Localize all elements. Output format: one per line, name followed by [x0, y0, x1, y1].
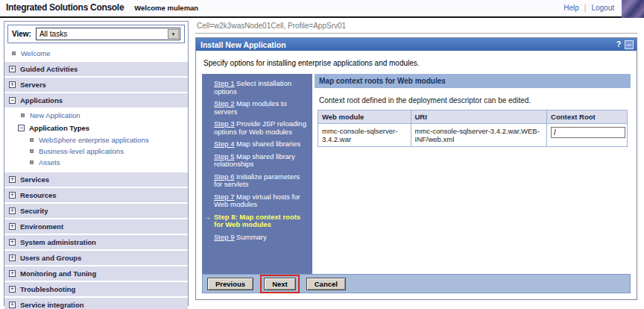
chevron-down-icon[interactable]: ▼ — [168, 29, 179, 39]
table-row: mmc-console-sqlserver-3.4.2.war mmc-cons… — [318, 124, 628, 147]
annotation-highlight-box: Next — [260, 275, 300, 293]
wizard-step-8-current: → Step 8: Map context roots for Web modu… — [214, 213, 308, 229]
expand-icon[interactable]: + — [9, 223, 16, 230]
portlet-title: Install New Application — [201, 40, 286, 49]
expand-icon[interactable]: + — [9, 81, 16, 88]
portlet-body: Specify options for installing enterpris… — [196, 51, 637, 299]
sidebar-section-users-and-groups[interactable]: + Users and Groups — [4, 249, 188, 265]
sidebar-section-system-administration[interactable]: + System administration — [4, 234, 188, 249]
wizard-step-6: Step 6 Initialize parameters for servlet… — [214, 173, 308, 189]
step-2-link[interactable]: Step 2 — [214, 99, 234, 107]
wizard-step-3: Step 3 Provide JSP reloading options for… — [214, 120, 308, 136]
sidebar-section-service-integration[interactable]: + Service integration — [4, 296, 188, 309]
step-3-link[interactable]: Step 3 — [214, 119, 234, 128]
install-new-application-portlet: Install New Application ? − Specify opti… — [195, 37, 637, 300]
column-header-uri: URI — [411, 110, 547, 124]
expand-icon[interactable]: + — [9, 286, 16, 293]
expand-icon[interactable]: + — [9, 192, 16, 199]
wizard-content-pane: Map context roots for Web modules Contex… — [315, 74, 631, 274]
view-label: View: — [12, 30, 31, 38]
sidebar-section-monitoring-and-tuning[interactable]: + Monitoring and Tuning — [4, 265, 188, 281]
wizard-steps-panel: Step 1 Select installation options Step … — [202, 74, 312, 274]
sidebar-section-servers[interactable]: + Servers — [4, 76, 188, 92]
wizard-step-5: Step 5 Map shared library relationships — [214, 153, 308, 169]
wizard-step-9: Step 9 Summary — [214, 234, 308, 242]
header-divider: | — [584, 4, 587, 12]
sidebar-item-assets[interactable]: Assets — [4, 157, 188, 168]
wizard-intro-text: Specify options for installing enterpris… — [203, 59, 631, 67]
column-header-context-root: Context Root — [547, 110, 628, 124]
sidebar-section-application-types[interactable]: − Application Types — [4, 122, 188, 134]
step-1-link[interactable]: Step 1 — [214, 79, 234, 87]
step-content-header: Map context roots for Web modules — [315, 74, 631, 88]
context-root-input[interactable] — [551, 127, 625, 138]
top-banner: Integrated Solutions Console Welcome mul… — [0, 0, 644, 18]
sidebar-section-resources[interactable]: + Resources — [4, 187, 188, 202]
wizard-step-7: Step 7 Map virtual hosts for Web modules — [214, 193, 308, 209]
step-7-link[interactable]: Step 7 — [214, 193, 234, 201]
applications-children: New Application − Application Types WebS… — [4, 107, 188, 171]
sidebar-section-services[interactable]: + Services — [4, 171, 188, 187]
welcome-user-text: Welcome muleman — [134, 4, 198, 12]
portlet-title-bar: Install New Application ? − — [196, 38, 637, 51]
view-select-value: All tasks — [40, 30, 67, 38]
expand-icon[interactable]: + — [9, 270, 16, 277]
step-4-link[interactable]: Step 4 — [214, 140, 234, 148]
bullet-icon — [12, 52, 16, 55]
context-root-cell — [547, 124, 628, 147]
context-roots-table: Web module URI Context Root mmc-console-… — [318, 110, 628, 147]
help-link[interactable]: Help — [564, 4, 579, 12]
view-filter-bar: View: All tasks ▼ — [7, 25, 185, 43]
step-5-link[interactable]: Step 5 — [214, 152, 234, 160]
sidebar-item-welcome-label: Welcome — [21, 49, 50, 57]
navigation-sidebar: View: All tasks ▼ Welcome + Guided Activ… — [4, 21, 189, 306]
current-step-arrow-icon: → — [203, 213, 211, 222]
sidebar-item-welcome[interactable]: Welcome — [4, 46, 188, 60]
bullet-icon — [21, 113, 25, 117]
expand-icon[interactable]: + — [9, 302, 16, 308]
logout-link[interactable]: Logout — [591, 4, 614, 12]
step-9-link[interactable]: Step 9 — [214, 233, 234, 241]
sidebar-item-websphere-enterprise-applications[interactable]: WebSphere enterprise applications — [4, 134, 188, 146]
wizard-button-bar: Previous Next Cancel — [202, 274, 631, 293]
app-title: Integrated Solutions Console — [6, 2, 124, 13]
table-header-row: Web module URI Context Root — [318, 110, 628, 124]
wizard-step-4: Step 4 Map shared libraries — [214, 140, 308, 149]
bullet-icon — [30, 138, 34, 142]
portlet-minimize-icon[interactable]: − — [625, 40, 634, 49]
brand-banner-image — [622, 0, 644, 18]
wizard-step-1: Step 1 Select installation options — [214, 80, 308, 96]
breadcrumb: Cell=w2k3wasNode01Cell, Profile=AppSrv01 — [195, 20, 637, 34]
bullet-icon — [30, 149, 34, 153]
expand-icon[interactable]: + — [9, 66, 16, 72]
next-button[interactable]: Next — [264, 278, 296, 290]
uri-cell: mmc-console-sqlserver-3.4.2.war,WEB-INF/… — [411, 124, 547, 147]
expand-icon[interactable]: + — [9, 207, 16, 214]
collapse-icon[interactable]: − — [9, 97, 16, 104]
collapse-icon[interactable]: − — [18, 125, 25, 131]
step-6-link[interactable]: Step 6 — [214, 172, 234, 181]
sidebar-section-troubleshooting[interactable]: + Troubleshooting — [4, 281, 188, 296]
sidebar-section-environment[interactable]: + Environment — [4, 218, 188, 234]
main-content: Cell=w2k3wasNode01Cell, Profile=AppSrv01… — [195, 20, 637, 300]
sidebar-section-applications[interactable]: − Applications — [4, 92, 188, 107]
expand-icon[interactable]: + — [9, 239, 16, 246]
bullet-icon — [30, 160, 34, 164]
previous-button[interactable]: Previous — [207, 278, 253, 290]
column-header-web-module: Web module — [318, 110, 411, 124]
sidebar-section-guided-activities[interactable]: + Guided Activities — [4, 60, 188, 76]
cancel-button[interactable]: Cancel — [306, 278, 346, 290]
sidebar-section-security[interactable]: + Security — [4, 202, 188, 218]
expand-icon[interactable]: + — [9, 255, 16, 261]
wizard-step-2: Step 2 Map modules to servers — [214, 100, 308, 116]
sidebar-item-business-level-applications[interactable]: Business-level applications — [4, 146, 188, 157]
sidebar-item-new-application[interactable]: New Application — [4, 109, 188, 122]
expand-icon[interactable]: + — [9, 176, 16, 183]
step-content-area: Context root defined in the deployment d… — [315, 90, 631, 274]
portlet-help-icon[interactable]: ? — [616, 40, 621, 49]
wizard: Step 1 Select installation options Step … — [202, 74, 631, 293]
web-module-cell: mmc-console-sqlserver-3.4.2.war — [318, 124, 411, 147]
step-description: Context root defined in the deployment d… — [319, 96, 628, 104]
view-select[interactable]: All tasks ▼ — [36, 28, 180, 40]
